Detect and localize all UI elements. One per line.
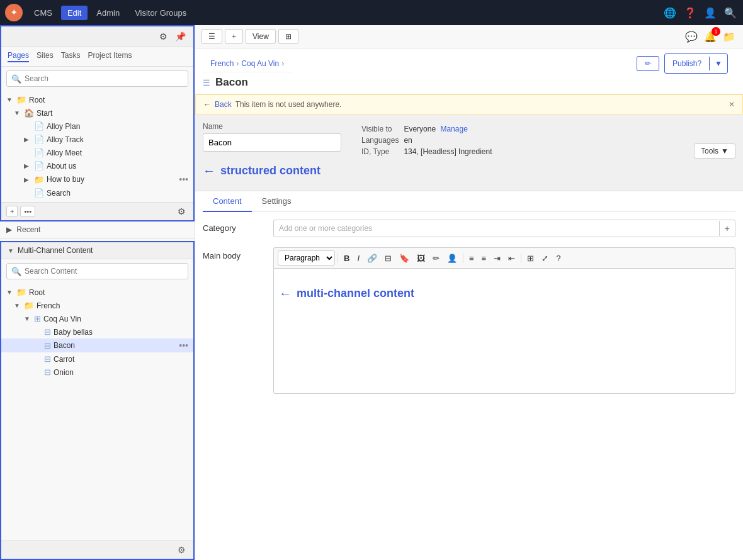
paragraph-select[interactable]: Paragraph (278, 250, 335, 266)
add-page-button[interactable]: + (6, 206, 18, 217)
tab-content[interactable]: Content (203, 191, 252, 212)
left-arrow-icon: ← (203, 164, 215, 178)
main-body-label: Main body (203, 247, 266, 260)
pencil-icon: ✏ (645, 59, 651, 68)
link-button[interactable]: 🔗 (364, 252, 380, 265)
nav-visitor-groups[interactable]: Visitor Groups (128, 6, 193, 20)
nav-edit[interactable]: Edit (61, 6, 88, 20)
panel-tabs: Pages Sites Tasks Project Items (1, 47, 193, 67)
tab-sites[interactable]: Sites (37, 51, 54, 62)
tools-section: Tools ▼ (694, 143, 735, 159)
publish-button[interactable]: Publish? ▼ (664, 53, 728, 74)
mc-tree-carrot[interactable]: ⊟ Carrot (1, 352, 193, 366)
visible-to-value: Everyone Manage (404, 125, 492, 133)
inline-block-button[interactable]: ⊟ (382, 252, 395, 265)
more-icon[interactable]: ••• (179, 174, 188, 184)
content-item-icon: ⊟ (44, 367, 51, 377)
tab-pages[interactable]: Pages (8, 51, 29, 62)
left-arrow-icon2: ← (279, 286, 292, 301)
nav-cms[interactable]: CMS (28, 6, 59, 20)
mc-tree-coq-au-vin[interactable]: ▼ ⊞ Coq Au Vin (1, 312, 193, 325)
indent-button[interactable]: ⇥ (491, 252, 504, 265)
pages-search-input[interactable] (6, 70, 188, 87)
nav-admin[interactable]: Admin (90, 6, 126, 20)
tree-item-search[interactable]: 📄 Search (1, 186, 193, 199)
image-button[interactable]: 🖼 (414, 252, 428, 265)
more-icon[interactable]: ••• (179, 340, 188, 350)
tools-button[interactable]: Tools ▼ (694, 143, 735, 159)
folder-icon[interactable]: 📁 (722, 30, 737, 44)
edit-pencil-button[interactable]: ✏ (637, 56, 659, 71)
tree-label: Bacon (54, 341, 176, 350)
content-toolbar: ☰ + View ⊞ 💬 🔔 1 📁 (195, 25, 743, 48)
tree-item-about-us[interactable]: ▶ 📄 About us (1, 159, 193, 172)
tools-chevron-icon: ▼ (721, 147, 729, 155)
person-button[interactable]: 👤 (444, 252, 460, 265)
pin-icon[interactable]: 📌 (173, 30, 188, 43)
add-content-button[interactable]: + (225, 29, 243, 44)
tab-settings[interactable]: Settings (252, 191, 302, 211)
search-input-icon: 🔍 (11, 74, 21, 84)
main-layout: ⚙ 📌 Pages Sites Tasks Project Items 🔍 ▼ … (0, 25, 743, 560)
close-icon[interactable]: ✕ (729, 100, 735, 109)
tree-item-how-to-buy[interactable]: ▶ 📁 How to buy ••• (1, 172, 193, 186)
visible-to-label: Visible to (361, 125, 399, 133)
chevron-down-icon: ▼ (14, 109, 21, 116)
user-icon[interactable]: 👤 (703, 5, 718, 20)
settings-icon[interactable]: ⚙ (157, 30, 170, 43)
name-input[interactable] (203, 133, 341, 152)
mc-tree-french[interactable]: ▼ 📁 French (1, 299, 193, 312)
mc-tree-root[interactable]: ▼ 📁 Root (1, 286, 193, 299)
responsive-view-button[interactable]: ⊞ (278, 29, 298, 44)
tab-tasks[interactable]: Tasks (61, 51, 81, 62)
breadcrumb-coq-au-vin[interactable]: Coq Au Vin (241, 59, 279, 68)
tree-label: Baby bellas (54, 328, 188, 337)
tree-item-root[interactable]: ▼ 📁 Root (1, 93, 193, 106)
tree-item-start[interactable]: ▼ 🏠 Start (1, 106, 193, 120)
manage-link[interactable]: Manage (440, 125, 467, 133)
more-options-button[interactable]: ••• (20, 206, 35, 217)
category-placeholder: Add one or more categories (274, 220, 719, 237)
info-banner: ← Back This item is not used anywhere. ✕ (195, 94, 743, 115)
chevron-right-icon: ▶ (24, 176, 31, 183)
globe-icon[interactable]: 🌐 (662, 5, 678, 20)
table-button[interactable]: ⊞ (524, 252, 537, 265)
mc-tree-onion[interactable]: ⊟ Onion (1, 366, 193, 379)
tree-item-alloy-plan[interactable]: 📄 Alloy Plan (1, 120, 193, 133)
breadcrumb-sep1: › (236, 59, 239, 68)
bookmark-button[interactable]: 🔖 (396, 252, 412, 265)
mc-settings-icon[interactable]: ⚙ (175, 544, 188, 556)
tree-item-alloy-meet[interactable]: 📄 Alloy Meet (1, 146, 193, 159)
category-field-content: Add one or more categories + (273, 220, 735, 237)
breadcrumb-french[interactable]: French (210, 59, 234, 68)
tab-project-items[interactable]: Project Items (88, 51, 132, 62)
list-view-button[interactable]: ☰ (201, 29, 222, 44)
back-arrow-icon: ← (203, 100, 211, 109)
category-add-button[interactable]: + (719, 221, 735, 236)
back-link[interactable]: Back (215, 100, 232, 109)
help-button[interactable]: ? (553, 252, 564, 265)
bold-button[interactable]: B (341, 252, 353, 265)
mc-tree-baby-bellas[interactable]: ⊟ Baby bellas (1, 325, 193, 339)
expand-button[interactable]: ⤢ (538, 252, 552, 265)
ol-button[interactable]: ≡ (479, 252, 490, 265)
comment-icon[interactable]: 💬 (684, 30, 699, 44)
view-button[interactable]: View (246, 29, 276, 44)
content-item-icon: ⊟ (44, 354, 51, 364)
tree-item-alloy-track[interactable]: ▶ 📄 Alloy Track (1, 133, 193, 146)
outdent-button[interactable]: ⇤ (505, 252, 518, 265)
tree-label: How to buy (47, 175, 176, 184)
ul-button[interactable]: ≡ (466, 252, 477, 265)
page-icon: 📄 (34, 148, 44, 157)
italic-button[interactable]: I (354, 252, 363, 265)
help-icon[interactable]: ❓ (683, 5, 698, 20)
edit-block-button[interactable]: ✏ (429, 252, 443, 265)
panel-settings-icon[interactable]: ⚙ (175, 205, 188, 218)
rte-body[interactable]: ← multi-channel content (273, 268, 735, 394)
notification-icon[interactable]: 🔔 1 (703, 30, 718, 44)
mc-tree-bacon[interactable]: ⊟ Bacon ••• (1, 339, 193, 352)
recent-bar[interactable]: ▶ Recent (0, 221, 195, 238)
search-icon[interactable]: 🔍 (723, 5, 738, 20)
right-panel: ☰ + View ⊞ 💬 🔔 1 📁 French (195, 25, 743, 560)
search-content-input[interactable] (6, 263, 188, 279)
